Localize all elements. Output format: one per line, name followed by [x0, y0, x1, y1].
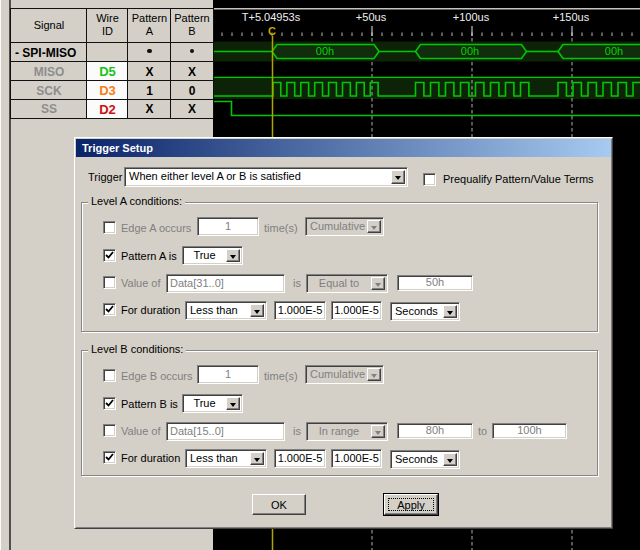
svg-text:T+5.04953s: T+5.04953s: [242, 11, 301, 23]
svg-text:+150us: +150us: [553, 11, 590, 23]
svg-text:+100us: +100us: [453, 11, 490, 23]
svg-text:00h: 00h: [605, 45, 623, 57]
svg-text:+50us: +50us: [356, 11, 387, 23]
svg-text:C: C: [268, 25, 276, 37]
svg-text:00h: 00h: [316, 45, 334, 57]
svg-text:00h: 00h: [461, 45, 479, 57]
